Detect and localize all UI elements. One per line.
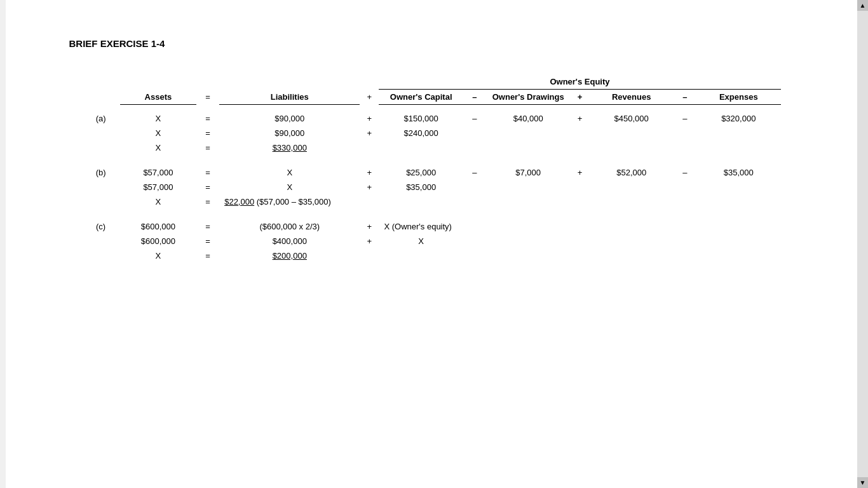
part-c-r2-capital: X — [379, 234, 463, 248]
part-b-r1-eq: = — [196, 165, 219, 180]
part-a-r1-minus1: – — [463, 105, 486, 126]
part-a-r3-label — [82, 140, 120, 155]
part-b-r3-drawings — [486, 194, 570, 209]
part-a-r1-revenues: $450,000 — [589, 105, 673, 126]
part-a-r2-liab: $90,000 — [219, 126, 360, 140]
part-b-r2-liab: X — [219, 180, 360, 194]
part-a-row3: X = $330,000 — [82, 140, 781, 155]
part-a-r2-plus2 — [570, 126, 589, 140]
empty-label-col — [82, 74, 120, 90]
part-c-r1-assets: $600,000 — [120, 219, 196, 234]
part-c-r3-liab: $200,000 — [219, 248, 360, 263]
col-header-plus2: + — [570, 90, 589, 105]
part-b-r1-drawings: $7,000 — [486, 165, 570, 180]
part-b-r1-plus1: + — [360, 165, 379, 180]
empty-assets-top — [120, 74, 196, 90]
part-b-r2-minus1 — [463, 180, 486, 194]
empty-eq1 — [196, 74, 219, 90]
part-c-r3-eq: = — [196, 248, 219, 263]
part-c-r2-label — [82, 234, 120, 248]
part-b-r1-liab: X — [219, 165, 360, 180]
part-b-r1-expenses: $35,000 — [696, 165, 780, 180]
part-b-r2-plus1: + — [360, 180, 379, 194]
part-a-r3-minus1 — [463, 140, 486, 155]
part-c-r2-plus1: + — [360, 234, 379, 248]
spacer-bc — [82, 209, 781, 219]
empty-liab-top — [219, 74, 360, 90]
part-a-r1-minus2: – — [674, 105, 696, 126]
part-a-r3-eq: = — [196, 140, 219, 155]
part-a-r2-capital: $240,000 — [379, 126, 463, 140]
col-header-minus2: – — [674, 90, 696, 105]
scroll-down-arrow[interactable]: ▼ — [857, 477, 868, 488]
part-a-row2: X = $90,000 + $240,000 — [82, 126, 781, 140]
part-a-r1-drawings: $40,000 — [486, 105, 570, 126]
col-header-expenses: Expenses — [696, 90, 780, 105]
part-b-r2-expenses — [696, 180, 780, 194]
part-a-r3-expenses — [696, 140, 780, 155]
empty-label-h2 — [82, 90, 120, 105]
part-a-r2-minus2 — [674, 126, 696, 140]
part-b-r2-minus2 — [674, 180, 696, 194]
part-b-row3: X = $22,000 ($57,000 – $35,000) — [82, 194, 781, 209]
part-b-r2-assets: $57,000 — [120, 180, 196, 194]
page-title: BRIEF EXERCISE 1-4 — [69, 38, 812, 49]
part-a-r2-drawings — [486, 126, 570, 140]
part-c-r3-label — [82, 248, 120, 263]
part-a-r1-capital: $150,000 — [379, 105, 463, 126]
part-a-r1-plus1: + — [360, 105, 379, 126]
page: BRIEF EXERCISE 1-4 Owner's Equity — [6, 0, 863, 488]
scroll-up-arrow[interactable]: ▲ — [857, 0, 868, 11]
part-b-r3-minus1 — [463, 194, 486, 209]
part-a-r3-minus2 — [674, 140, 696, 155]
owners-equity-header: Owner's Equity — [379, 74, 780, 90]
col-header-drawings: Owner's Drawings — [486, 90, 570, 105]
part-c-r1-eq: = — [196, 219, 219, 234]
part-b-r3-eq: = — [196, 194, 219, 209]
col-header-plus1: + — [360, 90, 379, 105]
part-c-r2-liab: $400,000 — [219, 234, 360, 248]
part-b-r1-plus2: + — [570, 165, 589, 180]
equation-container: Owner's Equity Assets = Liabilities + Ow… — [82, 74, 812, 263]
part-a-r1-liab: $90,000 — [219, 105, 360, 126]
part-a-row1: (a) X = $90,000 + $150,000 – $40,000 + $… — [82, 105, 781, 126]
part-a-r2-revenues — [589, 126, 673, 140]
col-header-liab: Liabilities — [219, 90, 360, 105]
scrollbar: ▲ ▼ — [857, 0, 868, 488]
part-a-r2-assets: X — [120, 126, 196, 140]
part-b-r2-drawings — [486, 180, 570, 194]
part-c-row1: (c) $600,000 = ($600,000 x 2/3) + X (Own… — [82, 219, 781, 234]
part-a-r1-plus2: + — [570, 105, 589, 126]
part-b-r1-capital: $25,000 — [379, 165, 463, 180]
col-header-minus1: – — [463, 90, 486, 105]
part-c-r3-rest — [360, 248, 780, 263]
part-a-r3-plus2 — [570, 140, 589, 155]
part-a-r1-eq: = — [196, 105, 219, 126]
part-b-r3-expenses — [696, 194, 780, 209]
part-a-r3-liab: $330,000 — [219, 140, 360, 155]
part-b-r1-revenues: $52,000 — [589, 165, 673, 180]
part-c-label: (c) — [82, 219, 120, 234]
part-b-r3-capital — [379, 194, 463, 209]
header-row-1: Owner's Equity — [82, 74, 781, 90]
part-b-r3-assets: X — [120, 194, 196, 209]
col-header-revenues: Revenues — [589, 90, 673, 105]
part-b-r3-liab: $22,000 ($57,000 – $35,000) — [219, 194, 360, 209]
part-b-r1-assets: $57,000 — [120, 165, 196, 180]
part-a-r2-minus1 — [463, 126, 486, 140]
part-a-r3-assets: X — [120, 140, 196, 155]
part-a-r2-eq: = — [196, 126, 219, 140]
part-b-r2-label — [82, 180, 120, 194]
col-header-capital: Owner's Capital — [379, 90, 463, 105]
col-header-assets: Assets — [120, 90, 196, 105]
part-c-r2-rest — [463, 234, 781, 248]
part-b-r2-revenues — [589, 180, 673, 194]
part-c-r1-plus1: + — [360, 219, 379, 234]
part-a-r2-label — [82, 126, 120, 140]
part-b-r3-minus2 — [674, 194, 696, 209]
part-b-r1-minus1: – — [463, 165, 486, 180]
empty-plus1 — [360, 74, 379, 90]
col-header-eq: = — [196, 90, 219, 105]
part-b-r2-eq: = — [196, 180, 219, 194]
part-b-r2-plus2 — [570, 180, 589, 194]
